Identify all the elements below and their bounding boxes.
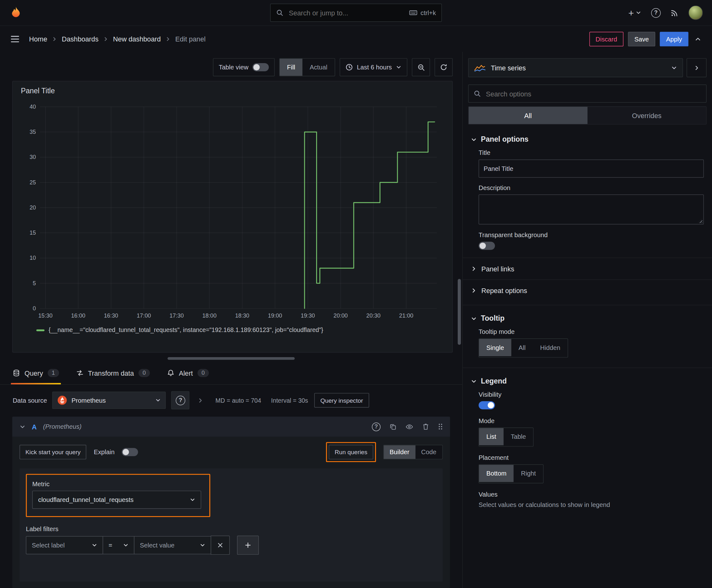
new-menu-button[interactable]: + — [628, 8, 641, 17]
explain-toggle[interactable] — [122, 448, 138, 456]
news-rss-icon[interactable] — [671, 9, 678, 17]
menu-toggle-icon[interactable] — [9, 34, 21, 44]
apply-button[interactable]: Apply — [660, 32, 688, 46]
panel-title[interactable]: Panel Title — [18, 85, 447, 99]
select-label-dropdown[interactable]: Select label — [26, 536, 103, 554]
close-icon — [218, 543, 223, 548]
query-row-header[interactable]: A (Prometheus) ? — [12, 417, 450, 437]
svg-text:19:00: 19:00 — [268, 313, 282, 319]
metric-select[interactable]: cloudflared_tunnel_total_requests — [33, 491, 201, 509]
transparent-bg-toggle[interactable] — [479, 242, 495, 250]
help-icon[interactable]: ? — [651, 8, 661, 17]
panel-description-input[interactable] — [479, 194, 704, 224]
refresh-button[interactable] — [434, 58, 453, 76]
legend-list-option[interactable]: List — [479, 428, 503, 445]
tab-query[interactable]: Query 1 — [13, 361, 59, 384]
chevron-down-icon[interactable] — [19, 424, 25, 430]
chevron-down-icon — [636, 10, 641, 15]
zoom-out-icon — [417, 63, 425, 71]
options-search-input[interactable] — [485, 89, 701, 98]
add-filter-button[interactable] — [237, 536, 259, 555]
panel-options-header[interactable]: Panel options — [463, 126, 712, 146]
tab-transform-count: 0 — [138, 369, 150, 377]
time-range-label: Last 6 hours — [357, 64, 392, 71]
datasource-label: Data source — [13, 397, 47, 404]
tooltip-mode-label: Tooltip mode — [479, 328, 704, 335]
options-tab-all[interactable]: All — [469, 107, 587, 124]
bell-icon — [167, 370, 174, 377]
svg-text:17:00: 17:00 — [137, 313, 151, 319]
legend-placement-label: Placement — [479, 454, 704, 461]
fill-option[interactable]: Fill — [280, 59, 302, 76]
global-search-input[interactable] — [288, 8, 405, 17]
chevron-right-icon[interactable] — [198, 397, 204, 403]
tab-query-count: 1 — [48, 369, 59, 377]
kick-start-button[interactable]: Kick start your query — [19, 445, 86, 459]
tooltip-hidden-option[interactable]: Hidden — [533, 339, 567, 356]
metric-label: Metric — [33, 480, 201, 487]
legend-table-option[interactable]: Table — [503, 428, 533, 445]
panel-title-input[interactable] — [479, 160, 704, 178]
tooltip-all-option[interactable]: All — [511, 339, 533, 356]
toggle-visibility-icon[interactable] — [406, 423, 413, 430]
run-queries-button[interactable]: Run queries — [329, 445, 373, 459]
grafana-logo[interactable] — [9, 6, 23, 19]
table-view-toggle[interactable] — [253, 63, 269, 71]
visualization-picker[interactable]: Time series — [468, 58, 683, 77]
save-button[interactable]: Save — [628, 32, 655, 46]
duplicate-query-icon[interactable] — [390, 423, 396, 430]
svg-text:35: 35 — [29, 129, 36, 135]
global-search[interactable]: ctrl+k — [270, 4, 442, 22]
breadcrumb-home[interactable]: Home — [29, 35, 47, 43]
prometheus-icon — [58, 395, 67, 405]
delete-query-icon[interactable] — [422, 423, 429, 430]
legend-bottom-option[interactable]: Bottom — [479, 465, 514, 482]
select-label-placeholder: Select label — [32, 542, 65, 549]
user-avatar[interactable] — [688, 5, 703, 20]
query-inspector-button[interactable]: Query inspector — [315, 393, 369, 407]
pane-resize-handle[interactable] — [168, 357, 295, 360]
legend-section-header[interactable]: Legend — [463, 368, 712, 388]
query-builder: Metric cloudflared_tunnel_total_requests… — [19, 468, 443, 582]
time-range-picker[interactable]: Last 6 hours — [340, 58, 408, 76]
repeat-options-section[interactable]: Repeat options — [463, 279, 712, 301]
panel-options-sidebar: Time series All Overrides Pa — [462, 52, 712, 588]
options-search[interactable] — [468, 84, 706, 103]
left-scrollbar[interactable] — [458, 279, 461, 345]
select-value-dropdown[interactable]: Select value — [134, 536, 211, 554]
chevron-right-icon — [471, 266, 477, 272]
legend-series-label[interactable]: {__name__="cloudflared_tunnel_total_requ… — [49, 327, 323, 334]
operator-dropdown[interactable]: = — [103, 536, 134, 554]
tooltip-single-option[interactable]: Single — [479, 339, 511, 356]
options-tab-overrides[interactable]: Overrides — [587, 107, 706, 124]
discard-button[interactable]: Discard — [589, 32, 624, 46]
table-view-label: Table view — [219, 64, 249, 71]
select-value-placeholder: Select value — [140, 542, 175, 549]
query-help-icon[interactable]: ? — [372, 422, 381, 430]
panel-links-section[interactable]: Panel links — [463, 257, 712, 279]
tooltip-section-header[interactable]: Tooltip — [463, 305, 712, 326]
collapse-options-button[interactable] — [687, 58, 707, 77]
tab-alert-label: Alert — [179, 369, 193, 377]
actual-option[interactable]: Actual — [302, 59, 335, 76]
chevron-down-icon — [471, 316, 477, 322]
tab-alert[interactable]: Alert 0 — [167, 361, 209, 384]
search-icon — [276, 9, 283, 16]
legend-visibility-toggle[interactable] — [479, 401, 495, 409]
drag-handle-icon[interactable] — [438, 423, 443, 430]
collapse-header-button[interactable] — [693, 34, 703, 44]
zoom-out-button[interactable] — [412, 58, 430, 76]
legend-right-option[interactable]: Right — [514, 465, 543, 482]
svg-text:20:00: 20:00 — [333, 313, 347, 319]
datasource-picker[interactable]: Prometheus — [52, 392, 166, 409]
legend-mode-switch: List Table — [479, 427, 534, 447]
builder-mode-option[interactable]: Builder — [384, 445, 415, 459]
breadcrumb-dashboards[interactable]: Dashboards — [62, 35, 99, 43]
tab-transform-data[interactable]: Transform data 0 — [76, 361, 150, 384]
panel-edit-main: Table view Fill Actual Last 6 hours — [0, 52, 462, 588]
nav-bar: Home Dashboards New dashboard Edit panel… — [0, 26, 712, 51]
datasource-help-button[interactable]: ? — [171, 391, 190, 409]
remove-filter-button[interactable] — [211, 536, 230, 555]
code-mode-option[interactable]: Code — [415, 445, 442, 459]
breadcrumb-new-dashboard[interactable]: New dashboard — [113, 35, 161, 43]
